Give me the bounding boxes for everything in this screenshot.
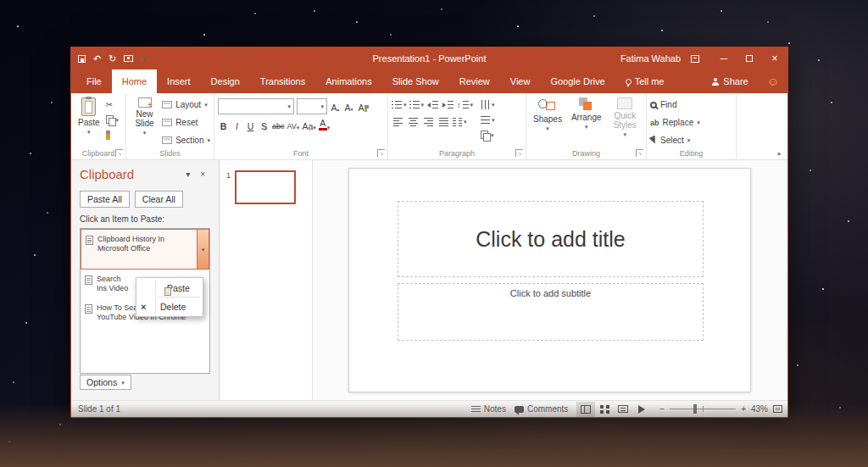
convert-to-smartart-button[interactable]: ▾ [481,129,495,141]
drawing-dialog-launcher[interactable]: ↘ [636,149,643,157]
tab-animations[interactable]: Animations [315,69,381,93]
line-spacing-button[interactable]: ↕▾ [457,98,473,111]
change-case-button[interactable]: Aa▾ [302,119,315,131]
quick-styles-button[interactable]: Quick Styles ▾ [608,96,643,147]
bullets-button[interactable]: ▾ [392,98,407,111]
subtitle-placeholder[interactable]: Click to add subtitle [398,283,704,341]
character-spacing-button[interactable]: AV▾ [287,119,300,131]
slide-sorter-view-button[interactable] [595,402,614,417]
align-center-button[interactable] [407,115,420,128]
reset-icon [162,119,172,126]
align-text-button[interactable]: ▾ [481,114,495,125]
align-left-button[interactable] [392,115,404,128]
increase-indent-button[interactable] [442,98,454,111]
undo-icon[interactable]: ↶ [93,54,101,64]
tab-slide-show[interactable]: Slide Show [382,69,449,93]
select-button[interactable]: Select ▾ [650,133,700,147]
strikethrough-button[interactable]: abc [272,119,285,131]
tab-google-drive[interactable]: Google Drive [540,69,615,93]
layout-button[interactable]: Layout ▾ [162,97,210,112]
bold-button[interactable]: B [218,119,229,131]
clipboard-dialog-launcher[interactable]: ↘ [115,149,123,157]
shapes-button[interactable]: Shapes ▾ [530,96,565,147]
dropdown-icon: ▾ [202,247,205,253]
collapse-ribbon-button[interactable]: ▴ [777,149,781,157]
normal-view-button[interactable] [576,402,595,417]
ribbon-display-options-icon[interactable] [691,55,699,63]
tab-insert[interactable]: Insert [157,69,201,93]
find-button[interactable]: Find [650,97,700,112]
dropdown-icon: ▾ [297,125,300,131]
new-slide-button[interactable]: New Slide ▾ [130,96,159,147]
zoom-out-button[interactable]: − [659,404,665,414]
italic-button[interactable]: I [231,119,242,131]
section-button[interactable]: Section ▾ [162,133,210,147]
clipboard-item-1[interactable]: Clipboard History In Microsoft Office ▾ [81,229,209,270]
notes-button[interactable]: Notes [471,404,506,414]
pane-close-icon[interactable]: × [195,170,210,179]
zoom-slider-thumb[interactable] [693,404,697,414]
slideshow-view-button[interactable] [632,402,651,417]
decrease-indent-button[interactable] [426,98,439,111]
tab-file[interactable]: File [76,69,112,93]
feedback-smiley-icon[interactable]: ☺ [759,69,787,93]
tab-review[interactable]: Review [449,69,500,93]
smartart-icon [481,131,489,140]
numbering-button[interactable]: ▾ [409,98,425,111]
font-name-combobox[interactable]: ▾ [218,98,294,114]
dropdown-icon: ▾ [585,124,588,130]
title-placeholder[interactable]: Click to add title [398,201,704,277]
pane-menu-dropdown-icon[interactable]: ▾ [181,170,195,179]
paragraph-dialog-launcher[interactable]: ↘ [515,149,523,157]
font-color-button[interactable]: A ▾ [319,119,331,131]
section-label: Section [175,136,203,145]
text-direction-button[interactable]: ▾ [481,98,495,110]
format-painter-button[interactable] [106,129,120,141]
context-menu-delete[interactable]: × Delete [136,298,203,314]
fit-slide-to-window-button[interactable] [773,405,782,413]
customize-qat-icon[interactable]: ▾ [141,54,146,64]
reading-view-button[interactable] [614,402,632,417]
clear-all-button[interactable]: Clear All [135,191,183,208]
share-button[interactable]: Share [702,69,758,93]
align-right-button[interactable] [422,115,435,128]
shrink-font-button[interactable]: A▾ [343,100,354,113]
tab-design[interactable]: Design [201,69,250,93]
paste-all-button[interactable]: Paste All [80,191,130,208]
redo-icon[interactable]: ↻ [108,54,116,64]
tell-me-box[interactable]: Tell me [615,69,675,93]
font-dialog-launcher[interactable]: ↘ [377,149,385,157]
justify-button[interactable] [437,115,450,128]
copy-button[interactable]: ▾ [106,114,120,125]
paste-button[interactable]: Paste ▾ [75,96,103,147]
tab-transitions[interactable]: Transitions [250,69,315,93]
slide-1-thumbnail[interactable] [235,170,296,204]
cut-button[interactable]: ✂ [106,98,120,110]
minimize-button[interactable]: ─ [711,47,737,69]
close-button[interactable]: × [762,47,787,69]
reset-button[interactable]: Reset [162,115,210,130]
signed-in-user[interactable]: Fatima Wahab [620,53,681,64]
save-icon[interactable] [78,55,86,63]
grow-font-button[interactable]: A▴ [330,100,341,113]
context-menu-paste[interactable]: Paste [136,280,203,296]
slide-canvas[interactable]: Click to add title Click to add subtitle [348,168,751,392]
clipboard-options-button[interactable]: Options ▾ [80,375,131,390]
clear-formatting-button[interactable]: A [357,100,368,113]
restore-button[interactable] [737,47,762,69]
text-shadow-button[interactable]: S [259,119,270,131]
columns-button[interactable]: ▾ [453,115,467,128]
font-size-combobox[interactable]: ▾ [297,98,327,114]
replace-button[interactable]: ab Replace ▾ [650,115,700,130]
start-slideshow-icon[interactable] [124,55,133,62]
ribbon-filler: ▴ [737,93,787,159]
dropdown-icon: ▾ [464,119,467,125]
comments-button[interactable]: Comments [515,404,568,414]
clipboard-item-dropdown[interactable]: ▾ [197,230,209,269]
zoom-slider[interactable] [670,409,736,409]
tab-home[interactable]: Home [112,69,157,93]
tab-view[interactable]: View [500,69,541,93]
underline-button[interactable]: U [245,119,256,131]
zoom-in-button[interactable]: + [741,404,746,414]
arrange-button[interactable]: Arrange ▾ [568,96,605,147]
